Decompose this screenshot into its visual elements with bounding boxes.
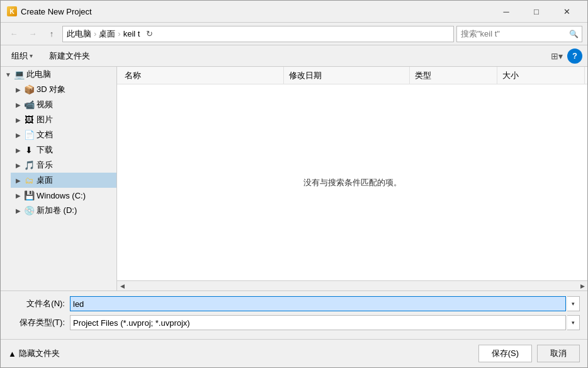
scrollbar-track[interactable] (127, 281, 577, 291)
search-icon: 🔍 (569, 30, 579, 38)
address-part1: 此电脑 (67, 28, 91, 40)
view-arrow: ▾ (558, 51, 563, 61)
footer: ▲ 隐藏文件夹 保存(S) 取消 (1, 339, 587, 367)
downloads-icon: ⬇ (23, 144, 35, 156)
dialog-title: Create New Project (21, 7, 92, 16)
app-icon: K (7, 6, 17, 16)
address-bar[interactable]: 此电脑 › 桌面 › keil t ↻ (62, 26, 454, 42)
nav-bar: ← → ↑ 此电脑 › 桌面 › keil t ↻ 🔍 (1, 23, 587, 45)
sidebar-item-3d-objects[interactable]: ▶ 📦 3D 对象 (11, 82, 116, 97)
back-button[interactable]: ← (6, 26, 22, 42)
expand-icon: ▶ (13, 190, 23, 200)
sidebar: ▼ 💻 此电脑 ▶ 📦 3D 对象 ▶ 📹 视频 ▶ 🖼 图片 (1, 67, 117, 290)
expand-icon: ▶ (13, 145, 23, 155)
col-header-name[interactable]: 名称 (120, 67, 284, 84)
save-button[interactable]: 保存(S) (478, 345, 532, 362)
new-folder-button[interactable]: 新建文件夹 (43, 48, 96, 64)
create-new-project-dialog: K Create New Project ─ □ ✕ ← → ↑ 此电脑 › 桌… (0, 0, 588, 368)
sidebar-item-downloads[interactable]: ▶ ⬇ 下载 (11, 142, 116, 158)
sidebar-item-pictures[interactable]: ▶ 🖼 图片 (11, 112, 116, 127)
expand-icon: ▶ (13, 84, 23, 95)
sidebar-item-documents[interactable]: ▶ 📄 文档 (11, 127, 116, 142)
sidebar-item-video[interactable]: ▶ 📹 视频 (11, 97, 116, 112)
organize-arrow: ▾ (30, 52, 33, 59)
horizontal-scrollbar[interactable]: ◀ ▶ (117, 280, 587, 290)
sidebar-item-this-pc[interactable]: ▼ 💻 此电脑 (1, 67, 116, 82)
sidebar-label-downloads: 下载 (37, 144, 53, 156)
3d-icon: 📦 (23, 84, 35, 95)
video-icon: 📹 (23, 99, 35, 110)
filename-row: 文件名(N): ▾ (8, 296, 580, 311)
drive-c-icon: 💾 (23, 190, 35, 201)
expand-icon: ▼ (3, 69, 13, 79)
filetype-select[interactable]: Project Files (*.uvproj; *.uvprojx) (70, 315, 566, 330)
desktop-icon: 🗂 (23, 175, 35, 186)
bottom-form: 文件名(N): ▾ 保存类型(T): Project Files (*.uvpr… (1, 290, 587, 339)
documents-icon: 📄 (23, 129, 35, 141)
filename-label: 文件名(N): (8, 298, 65, 309)
filename-input[interactable] (70, 296, 566, 311)
view-button[interactable]: ⊞ ▾ (548, 48, 565, 64)
sidebar-label-pictures: 图片 (37, 114, 53, 125)
sidebar-label-windows-c: Windows (C:) (37, 191, 86, 200)
forward-button[interactable]: → (25, 26, 41, 42)
pc-icon: 💻 (13, 69, 25, 80)
music-icon: 🎵 (23, 159, 35, 171)
sidebar-label-documents: 文档 (37, 129, 53, 141)
search-bar[interactable]: 🔍 (456, 26, 582, 42)
drive-d-icon: 💿 (23, 205, 35, 216)
refresh-button[interactable]: ↻ (142, 27, 156, 41)
col-header-size[interactable]: 大小 (497, 67, 585, 84)
expand-icon: ▶ (13, 205, 23, 216)
main-area: ▼ 💻 此电脑 ▶ 📦 3D 对象 ▶ 📹 视频 ▶ 🖼 图片 (1, 67, 587, 290)
file-list: 名称 修改日期 类型 大小 没有与搜索条件匹配的项。 ◀ ▶ (117, 67, 587, 290)
empty-message: 没有与搜索条件匹配的项。 (303, 177, 402, 188)
toolbar: 组织 ▾ 新建文件夹 ⊞ ▾ ? (1, 45, 587, 67)
file-list-header: 名称 修改日期 类型 大小 (117, 67, 587, 84)
expand-icon: ▶ (13, 100, 23, 110)
up-button[interactable]: ↑ (43, 26, 60, 42)
file-list-body: 没有与搜索条件匹配的项。 (117, 84, 587, 280)
hide-folders-label: 隐藏文件夹 (19, 348, 60, 359)
help-button[interactable]: ? (567, 49, 582, 64)
maximize-button[interactable]: □ (522, 2, 551, 21)
scroll-right-button[interactable]: ▶ (577, 281, 587, 291)
col-header-date[interactable]: 修改日期 (284, 67, 410, 84)
hide-folders-icon: ▲ (8, 349, 16, 359)
search-input[interactable] (461, 29, 567, 38)
minimize-button[interactable]: ─ (492, 2, 521, 21)
title-bar: K Create New Project ─ □ ✕ (1, 1, 587, 23)
address-part3: keil t (123, 29, 140, 38)
filename-dropdown-button[interactable]: ▾ (567, 296, 580, 311)
sidebar-label-desktop: 桌面 (37, 175, 53, 186)
sidebar-label-new-volume-d: 新加卷 (D:) (37, 205, 77, 216)
expand-icon: ▶ (13, 130, 23, 140)
address-part2: 桌面 (99, 28, 115, 40)
sidebar-item-new-volume-d[interactable]: ▶ 💿 新加卷 (D:) (11, 203, 116, 218)
sidebar-item-desktop[interactable]: ▶ 🗂 桌面 (11, 173, 116, 188)
expand-icon: ▶ (13, 175, 23, 185)
sidebar-label-music: 音乐 (37, 159, 53, 171)
col-header-type[interactable]: 类型 (410, 67, 497, 84)
sidebar-label-3d-objects: 3D 对象 (37, 84, 65, 95)
hide-folders-button[interactable]: ▲ 隐藏文件夹 (8, 348, 60, 359)
refresh-icon: ↻ (146, 29, 153, 38)
pictures-icon: 🖼 (23, 114, 35, 125)
sidebar-item-music[interactable]: ▶ 🎵 音乐 (11, 158, 116, 173)
close-button[interactable]: ✕ (552, 2, 581, 21)
expand-icon: ▶ (13, 115, 23, 125)
scroll-left-button[interactable]: ◀ (117, 281, 127, 291)
cancel-button[interactable]: 取消 (537, 345, 580, 362)
sidebar-item-windows-c[interactable]: ▶ 💾 Windows (C:) (11, 188, 116, 203)
filetype-dropdown-button[interactable]: ▾ (567, 315, 580, 330)
organize-button[interactable]: 组织 ▾ (6, 48, 38, 64)
filetype-label: 保存类型(T): (8, 317, 65, 328)
sidebar-label-this-pc: 此电脑 (26, 69, 51, 80)
view-icon: ⊞ (551, 51, 558, 61)
expand-icon: ▶ (13, 160, 23, 170)
filetype-row: 保存类型(T): Project Files (*.uvproj; *.uvpr… (8, 315, 580, 330)
sidebar-label-video: 视频 (37, 99, 53, 110)
